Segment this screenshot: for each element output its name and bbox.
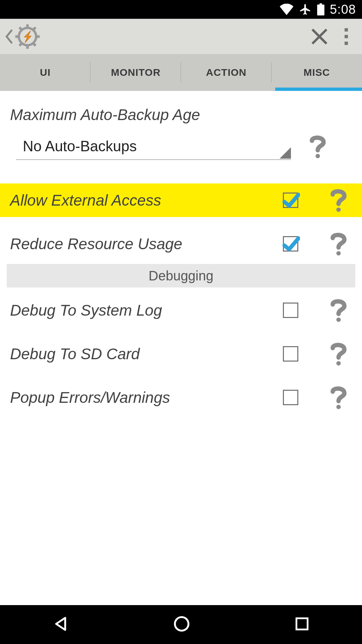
row-debug-system-log[interactable]: Debug To System Log: [0, 293, 362, 327]
help-button-popup-errors[interactable]: [325, 385, 352, 410]
tab-label: ACTION: [206, 67, 247, 78]
app-bar: [0, 19, 362, 54]
help-button-allow-external-access[interactable]: [325, 188, 352, 212]
row-popup-errors[interactable]: Popup Errors/Warnings: [0, 381, 362, 414]
tab-action[interactable]: ACTION: [181, 54, 272, 91]
row-debug-sd-card[interactable]: Debug To SD Card: [0, 337, 362, 371]
battery-icon: [317, 3, 324, 15]
row-max-backup-age: No Auto-Backups: [0, 124, 362, 167]
tab-bar: UI MONITOR ACTION MISC: [0, 54, 362, 91]
tab-monitor[interactable]: MONITOR: [90, 54, 181, 91]
help-button-debug-system-log[interactable]: [325, 298, 352, 322]
svg-rect-2: [26, 45, 29, 49]
section-header-debugging: Debugging: [7, 264, 355, 287]
svg-rect-16: [297, 618, 308, 629]
setting-label: Popup Errors/Warnings: [10, 388, 283, 407]
close-button[interactable]: [304, 21, 335, 52]
checkbox-popup-errors[interactable]: [283, 390, 298, 405]
setting-label: Allow External Access: [10, 191, 283, 209]
settings-content: Maximum Auto-Backup Age No Auto-Backups …: [0, 91, 362, 414]
max-backup-age-dropdown[interactable]: No Auto-Backups: [16, 133, 291, 160]
svg-point-15: [175, 617, 189, 631]
help-button-max-backup-age[interactable]: [304, 135, 331, 159]
checkmark-icon: [281, 234, 300, 253]
tab-label: MISC: [304, 67, 330, 78]
checkbox-allow-external-access[interactable]: [283, 193, 298, 208]
row-reduce-resource-usage[interactable]: Reduce Resource Usage: [0, 227, 362, 261]
svg-point-14: [337, 405, 341, 409]
overflow-menu-button[interactable]: [335, 21, 358, 52]
checkbox-reduce-resource-usage[interactable]: [283, 236, 298, 252]
tab-label: UI: [40, 67, 51, 78]
help-button-reduce-resource-usage[interactable]: [325, 232, 352, 256]
tab-misc[interactable]: MISC: [272, 54, 362, 91]
tab-label: MONITOR: [111, 67, 161, 78]
nav-home-button[interactable]: [173, 615, 191, 634]
system-nav-bar: [0, 605, 362, 644]
dropdown-caret-icon: [280, 147, 291, 159]
tab-ui[interactable]: UI: [0, 54, 90, 91]
dropdown-value: No Auto-Backups: [16, 138, 137, 155]
svg-point-10: [337, 208, 341, 212]
svg-point-11: [337, 251, 341, 256]
tasker-app-icon[interactable]: [14, 23, 41, 50]
row-allow-external-access[interactable]: Allow External Access: [0, 183, 362, 217]
setting-label: Reduce Resource Usage: [10, 235, 283, 253]
nav-recent-button[interactable]: [294, 615, 310, 634]
svg-rect-1: [26, 24, 29, 28]
back-chevron-icon[interactable]: [4, 26, 14, 47]
overflow-dot-icon: [345, 35, 348, 38]
wifi-icon: [280, 4, 294, 15]
checkmark-icon: [281, 191, 300, 210]
svg-point-12: [337, 318, 341, 322]
help-button-debug-sd-card[interactable]: [325, 342, 352, 366]
svg-rect-3: [15, 35, 19, 38]
tab-indicator: [275, 88, 362, 91]
checkbox-debug-sd-card[interactable]: [283, 346, 298, 362]
svg-point-9: [316, 154, 320, 158]
overflow-dot-icon: [345, 42, 348, 45]
svg-point-13: [337, 361, 341, 366]
status-time: 5:08: [330, 2, 356, 17]
overflow-dot-icon: [345, 28, 348, 32]
nav-back-button[interactable]: [52, 615, 70, 634]
status-bar: 5:08: [0, 0, 362, 19]
setting-label: Debug To SD Card: [10, 345, 283, 363]
checkbox-debug-system-log[interactable]: [283, 303, 298, 318]
setting-title-max-backup-age: Maximum Auto-Backup Age: [0, 91, 362, 124]
svg-rect-4: [36, 35, 40, 38]
setting-label: Debug To System Log: [10, 301, 283, 319]
airplane-icon: [299, 3, 312, 16]
